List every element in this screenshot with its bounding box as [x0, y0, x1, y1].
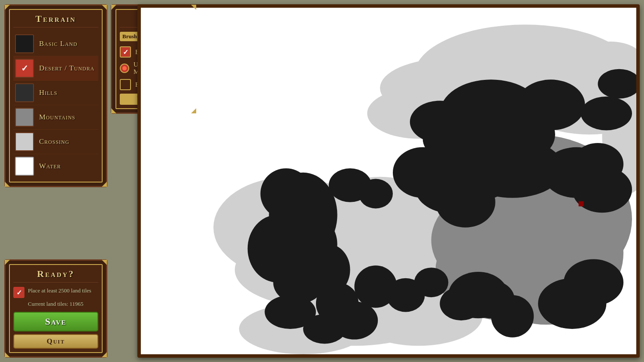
terrain-label-basic-land: Basic Land — [39, 40, 77, 48]
terrain-swatch-desert — [15, 59, 34, 78]
svg-point-48 — [358, 179, 393, 209]
terrain-swatch-hills — [15, 83, 34, 102]
ready-panel: Ready? Place at least 2500 land tiles Cu… — [4, 259, 107, 358]
ready-requirement-text: Place at least 2500 land tiles — [28, 287, 91, 295]
terrain-swatch-basic-land — [15, 34, 34, 53]
terrain-item-desert[interactable]: Desert / Tundra — [13, 56, 98, 81]
terrain-panel: Terrain Basic Land Desert / Tundra Hills… — [4, 4, 107, 187]
terrain-item-mountains[interactable]: Mountains — [13, 105, 98, 130]
svg-point-58 — [572, 143, 623, 185]
terrain-item-hills[interactable]: Hills — [13, 81, 98, 105]
ready-checkmark-icon — [13, 287, 24, 298]
terrain-label-desert: Desert / Tundra — [39, 64, 94, 73]
terrain-label-water: Water — [39, 162, 61, 170]
terrain-item-crossing[interactable]: Crossing — [13, 130, 98, 154]
svg-point-45 — [303, 314, 346, 344]
svg-point-25 — [516, 79, 585, 130]
svg-point-59 — [448, 272, 508, 318]
terrain-swatch-water — [15, 157, 34, 176]
map-canvas[interactable] — [141, 8, 636, 354]
svg-point-61 — [564, 259, 623, 306]
terrain-label-crossing: Crossing — [39, 137, 70, 146]
map-svg — [141, 8, 636, 354]
svg-rect-62 — [579, 201, 584, 207]
svg-point-46 — [261, 168, 312, 219]
quit-button[interactable]: Quit — [13, 334, 98, 349]
ready-count: Current land tiles: 11965 — [28, 301, 98, 307]
bucket-checkbox[interactable] — [120, 79, 131, 90]
terrain-swatch-crossing — [15, 132, 34, 151]
terrain-label-hills: Hills — [39, 88, 58, 97]
svg-point-30 — [581, 97, 632, 131]
brush-checkbox[interactable] — [120, 46, 131, 58]
terrain-swatch-mountains — [15, 108, 34, 127]
terrain-item-basic-land[interactable]: Basic Land — [13, 32, 98, 56]
terrain-panel-title: Terrain — [13, 13, 98, 27]
terrain-item-water[interactable]: Water — [13, 154, 98, 178]
svg-point-40 — [414, 268, 449, 297]
terrain-label-mountains: Mountains — [39, 113, 76, 122]
ready-check-row: Place at least 2500 land tiles — [13, 287, 98, 298]
terrain-mask-checkbox[interactable] — [120, 64, 129, 73]
save-button[interactable]: Save — [13, 312, 98, 332]
ready-panel-title: Ready? — [13, 268, 98, 283]
map-frame — [137, 4, 640, 358]
